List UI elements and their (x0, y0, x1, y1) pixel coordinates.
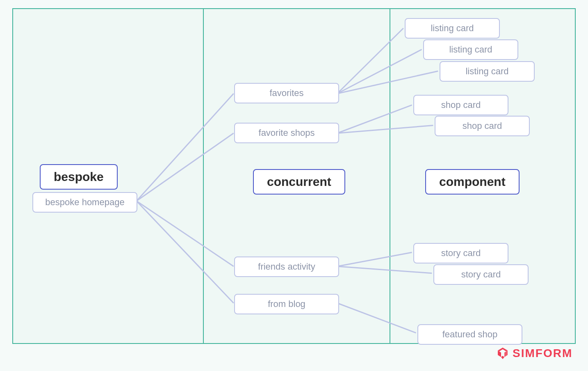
brand-logo: SIMFORM (496, 347, 572, 360)
svg-line-4 (337, 28, 403, 94)
brand-logo-text: SIMFORM (513, 347, 572, 360)
svg-line-8 (337, 126, 433, 133)
svg-marker-13 (498, 350, 501, 357)
node-shop-card-2: shop card (435, 116, 530, 136)
column-header-concurrent: concurrent (253, 169, 345, 195)
svg-line-3 (137, 201, 234, 303)
svg-marker-14 (504, 350, 508, 357)
svg-line-5 (337, 50, 422, 94)
node-favorites: favorites (234, 83, 339, 103)
svg-line-10 (337, 266, 432, 273)
node-story-card-2: story card (433, 264, 529, 285)
node-from-blog: from blog (234, 294, 339, 314)
svg-line-9 (337, 252, 412, 266)
brand-logo-icon (496, 347, 509, 360)
diagram-canvas: bespoke concurrent component bespoke hom… (12, 8, 576, 344)
node-listing-card-1: listing card (405, 18, 500, 39)
column-divider-2 (390, 9, 390, 343)
svg-line-6 (337, 71, 438, 94)
node-friends-activity: friends activity (234, 256, 339, 277)
node-featured-shop: featured shop (417, 324, 522, 345)
svg-line-2 (137, 201, 234, 266)
node-listing-card-3: listing card (440, 61, 535, 82)
column-header-component: component (425, 169, 520, 195)
svg-line-7 (337, 105, 412, 133)
svg-marker-12 (498, 348, 508, 351)
node-bespoke-homepage: bespoke homepage (32, 192, 137, 213)
svg-line-0 (137, 94, 234, 201)
node-shop-card-1: shop card (413, 95, 508, 115)
node-listing-card-2: listing card (423, 39, 518, 60)
node-favorite-shops: favorite shops (234, 123, 339, 143)
node-story-card-1: story card (413, 243, 508, 263)
column-divider-1 (203, 9, 204, 343)
svg-marker-15 (501, 356, 504, 359)
column-header-bespoke: bespoke (40, 164, 118, 190)
svg-line-11 (337, 303, 416, 333)
svg-line-1 (137, 133, 234, 201)
